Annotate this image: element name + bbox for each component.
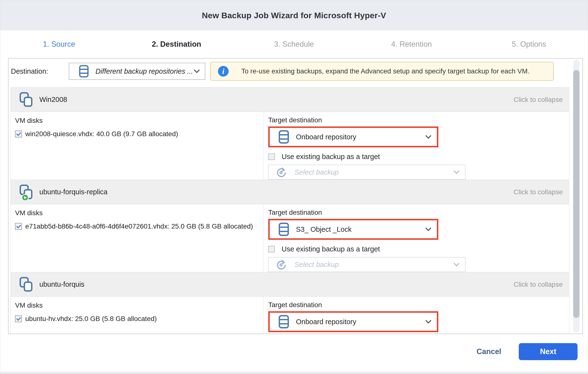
vm-disk-list: e71abb5d-b86b-4c48-a0f6-4d6f4e072601.vhd… xyxy=(15,221,258,231)
select-backup-dropdown[interactable]: Select backup xyxy=(268,165,465,180)
wizard-step-destination[interactable]: 2. Destination xyxy=(118,40,235,49)
running-badge xyxy=(22,194,28,200)
use-existing-row: Use existing backup as a target xyxy=(268,245,569,253)
vm-sections: Win2008 Click to collapse VM disks win20… xyxy=(10,87,569,334)
info-banner-text: To re-use existing backups, expand the A… xyxy=(241,67,529,75)
select-backup-placeholder: Select backup xyxy=(294,261,453,269)
vm-disks-label: VM disks xyxy=(15,117,258,124)
vm-icon xyxy=(19,276,33,293)
step-label: 3. Schedule xyxy=(274,40,314,48)
disk-checkbox[interactable] xyxy=(15,131,22,137)
vm-disk-list: ubuntu-hv.vhdx: 25.0 GB (5.8 GB allocate… xyxy=(15,314,258,324)
wizard-dialog: New Backup Job Wizard for Microsoft Hype… xyxy=(0,0,588,374)
wizard-step-schedule[interactable]: 3. Schedule xyxy=(235,40,353,49)
vm-name: ubuntu-forquis xyxy=(39,280,84,288)
repository-icon xyxy=(278,315,289,329)
use-existing-label: Use existing backup as a target xyxy=(282,245,380,253)
wizard-step-source[interactable]: 1. Source xyxy=(0,40,118,49)
repository-icon xyxy=(79,65,89,77)
disk-checkbox[interactable] xyxy=(15,315,22,322)
vm-disk-row: e71abb5d-b86b-4c48-a0f6-4d6f4e072601.vhd… xyxy=(15,221,258,231)
select-backup-placeholder: Select backup xyxy=(294,168,453,176)
chevron-down-icon xyxy=(194,69,200,73)
target-destination-label: Target destination xyxy=(268,209,569,216)
select-backup-dropdown[interactable]: Select backup xyxy=(268,257,465,272)
collapse-hint: Click to collapse xyxy=(514,281,563,288)
target-destination-dropdown[interactable]: S3_ Object _Lock xyxy=(268,219,438,240)
vm-section-body: VM disks ubuntu-hv.vhdx: 25.0 GB (5.8 GB… xyxy=(11,297,569,334)
repository-icon xyxy=(278,222,289,236)
chevron-down-icon xyxy=(453,263,460,267)
vm-section-header[interactable]: Win2008 Click to collapse xyxy=(11,88,569,112)
target-destination-label: Target destination xyxy=(268,116,569,124)
vm-icon xyxy=(19,92,33,108)
step-label: 2. Destination xyxy=(152,40,201,48)
target-destination-dropdown[interactable]: Onboard repository xyxy=(268,311,438,332)
target-column: Target destination Onboard repository Us… xyxy=(263,297,569,334)
disk-checkbox[interactable] xyxy=(15,223,22,230)
chevron-down-icon xyxy=(425,320,431,324)
vm-disk-row: win2008-quiesce.vhdx: 40.0 GB (9.7 GB al… xyxy=(15,129,258,139)
vm-section: Win2008 Click to collapse VM disks win20… xyxy=(10,87,569,180)
vm-name: ubuntu-forquis-replica xyxy=(39,188,107,196)
collapse-hint: Click to collapse xyxy=(514,188,563,196)
scrollbar-thumb[interactable] xyxy=(573,70,579,318)
target-column: Target destination Onboard repository Us… xyxy=(263,112,569,180)
destination-row: Destination: Different backup repositori… xyxy=(11,62,582,81)
info-banner: i To re-use existing backups, expand the… xyxy=(210,62,554,81)
vm-section-body: VM disks win2008-quiesce.vhdx: 40.0 GB (… xyxy=(11,112,569,180)
destination-step-content: Destination: Different backup repositori… xyxy=(8,58,583,334)
disk-label: win2008-quiesce.vhdx: 40.0 GB (9.7 GB al… xyxy=(25,130,178,138)
info-icon: i xyxy=(218,66,229,77)
wizard-step-retention[interactable]: 4. Retention xyxy=(353,40,470,49)
vm-disks-column: VM disks e71abb5d-b86b-4c48-a0f6-4d6f4e0… xyxy=(11,204,263,272)
disk-label: e71abb5d-b86b-4c48-a0f6-4d6f4e072601.vhd… xyxy=(25,222,253,230)
target-destination-value: Onboard repository xyxy=(296,318,425,326)
use-existing-label: Use existing backup as a target xyxy=(282,153,380,161)
step-label: 1. Source xyxy=(43,40,75,48)
vm-name: Win2008 xyxy=(39,96,67,104)
destination-dropdown-value: Different backup repositories ... xyxy=(95,67,194,75)
vm-section-header[interactable]: ubuntu-forquis-replica Click to collapse xyxy=(11,180,569,204)
collapse-hint: Click to collapse xyxy=(514,96,563,104)
page-title: New Backup Job Wizard for Microsoft Hype… xyxy=(202,11,386,20)
restore-backup-icon xyxy=(275,166,287,178)
use-existing-checkbox[interactable] xyxy=(268,246,275,253)
step-label: 4. Retention xyxy=(391,40,432,48)
destination-label: Destination: xyxy=(11,67,69,75)
vm-section: ubuntu-forquis Click to collapse VM disk… xyxy=(10,272,569,334)
target-destination-dropdown[interactable]: Onboard repository xyxy=(268,126,438,147)
wizard-steps: 1. Source 2. Destination 3. Schedule 4. … xyxy=(0,30,588,58)
use-existing-row: Use existing backup as a target xyxy=(268,153,569,161)
target-destination-value: Onboard repository xyxy=(296,133,425,141)
target-destination-label: Target destination xyxy=(268,301,569,309)
vm-disks-column: VM disks ubuntu-hv.vhdx: 25.0 GB (5.8 GB… xyxy=(11,297,263,334)
scrollbar-track[interactable] xyxy=(573,60,579,332)
chevron-down-icon xyxy=(425,135,431,139)
step-label: 5. Options xyxy=(512,40,546,48)
target-column: Target destination S3_ Object _Lock Use … xyxy=(263,204,569,272)
vm-section: ubuntu-forquis-replica Click to collapse… xyxy=(10,180,569,272)
vm-icon xyxy=(19,184,33,200)
chevron-down-icon xyxy=(425,227,431,231)
dialog-bottom-edge xyxy=(0,372,588,374)
wizard-titlebar: New Backup Job Wizard for Microsoft Hype… xyxy=(0,0,588,30)
restore-backup-icon xyxy=(275,259,287,270)
vm-disks-column: VM disks win2008-quiesce.vhdx: 40.0 GB (… xyxy=(11,112,263,180)
destination-dropdown[interactable]: Different backup repositories ... xyxy=(69,63,205,80)
use-existing-checkbox[interactable] xyxy=(268,154,275,160)
vm-section-header[interactable]: ubuntu-forquis Click to collapse xyxy=(11,272,569,297)
next-button[interactable]: Next xyxy=(519,343,578,360)
vm-disk-list: win2008-quiesce.vhdx: 40.0 GB (9.7 GB al… xyxy=(15,129,258,139)
wizard-footer: Cancel Next xyxy=(471,343,578,360)
target-destination-value: S3_ Object _Lock xyxy=(296,225,425,233)
vm-disks-label: VM disks xyxy=(15,209,258,217)
vm-disk-row: ubuntu-hv.vhdx: 25.0 GB (5.8 GB allocate… xyxy=(15,314,258,324)
vm-section-body: VM disks e71abb5d-b86b-4c48-a0f6-4d6f4e0… xyxy=(11,204,569,272)
vm-disks-label: VM disks xyxy=(15,302,258,309)
cancel-button[interactable]: Cancel xyxy=(471,347,507,356)
repository-icon xyxy=(278,130,289,144)
disk-label: ubuntu-hv.vhdx: 25.0 GB (5.8 GB allocate… xyxy=(25,315,157,322)
chevron-down-icon xyxy=(453,170,460,174)
wizard-step-options[interactable]: 5. Options xyxy=(470,40,588,49)
